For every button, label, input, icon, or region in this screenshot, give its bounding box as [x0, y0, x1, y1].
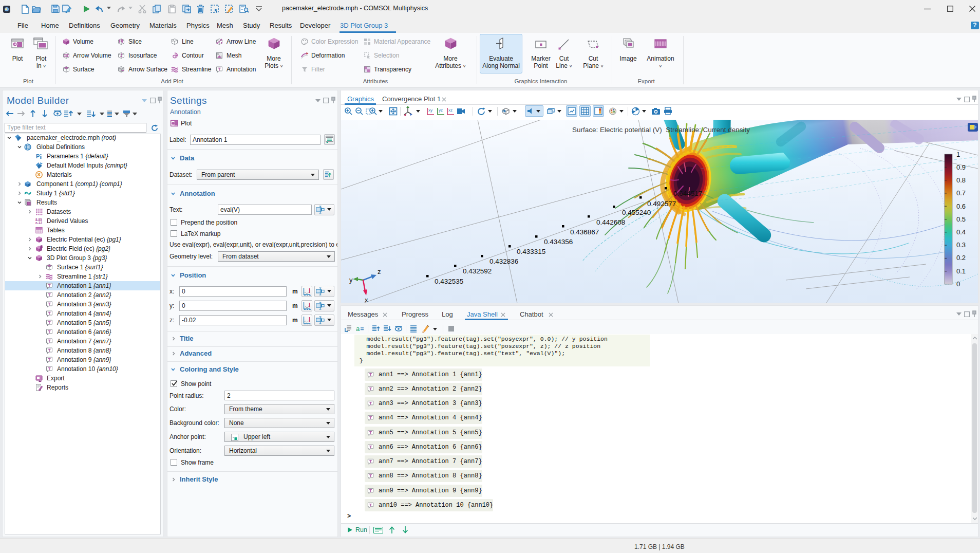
- svg-text:0.432592: 0.432592: [463, 267, 492, 275]
- svg-text:0.9: 0.9: [956, 163, 966, 171]
- svg-text:z: z: [378, 268, 381, 275]
- svg-text:0.7: 0.7: [956, 189, 966, 197]
- svg-text:0.432836: 0.432836: [489, 257, 518, 265]
- svg-text:0.434356: 0.434356: [544, 238, 573, 246]
- svg-text:xz: xz: [448, 108, 453, 113]
- svg-text:0.2: 0.2: [956, 254, 966, 262]
- svg-text:0.1: 0.1: [956, 267, 966, 275]
- svg-text:0.442608: 0.442608: [596, 218, 625, 226]
- svg-text:0.8: 0.8: [956, 176, 966, 184]
- svg-text:0.4: 0.4: [956, 228, 966, 236]
- svg-text:0.6: 0.6: [956, 202, 966, 210]
- svg-text:y: y: [349, 276, 353, 284]
- svg-text:0.644517: 0.644517: [673, 190, 702, 197]
- svg-text:xy: xy: [428, 108, 432, 113]
- svg-text:0.433315: 0.433315: [517, 248, 545, 255]
- svg-text:1: 1: [956, 151, 960, 158]
- svg-text:0.432535: 0.432535: [435, 278, 463, 285]
- svg-text:0.3: 0.3: [956, 241, 966, 249]
- svg-text:a: a: [356, 325, 360, 333]
- svg-text:0.492577: 0.492577: [647, 200, 676, 208]
- svg-text:yz: yz: [439, 108, 443, 113]
- svg-text:0.5: 0.5: [956, 215, 966, 223]
- svg-text:x: x: [365, 296, 368, 303]
- svg-text:0.436867: 0.436867: [570, 228, 599, 236]
- svg-text:0: 0: [956, 280, 960, 288]
- svg-text:Surface: Electric potential (V: Surface: Electric potential (V) Streamli…: [572, 126, 750, 134]
- svg-text:0.455240: 0.455240: [622, 209, 651, 216]
